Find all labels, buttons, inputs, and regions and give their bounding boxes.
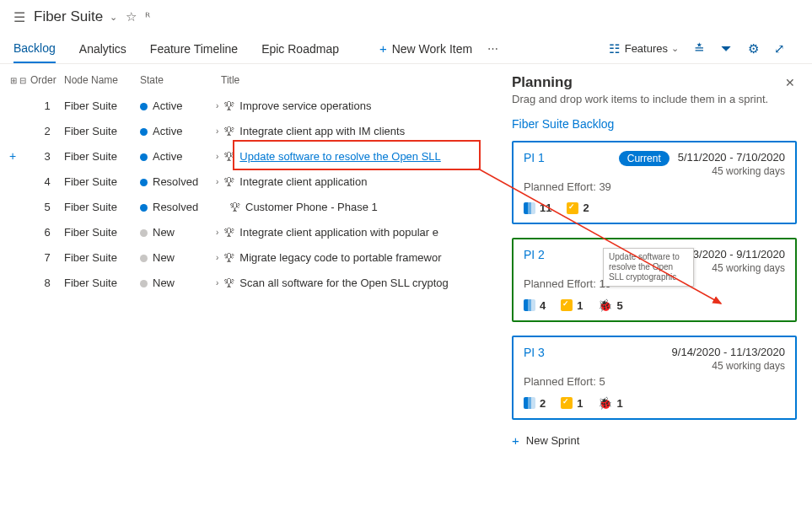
feature-count-icon	[524, 202, 535, 214]
cell-title[interactable]: › 🏆︎ Migrate legacy code to portable fra…	[216, 251, 492, 264]
people-icon[interactable]: ᴿ	[145, 10, 150, 24]
table-row[interactable]: 4 Fiber Suite Resolved › 🏆︎ Integrate cl…	[0, 169, 492, 194]
close-icon[interactable]: ✕	[785, 76, 795, 89]
new-work-item-label: New Work Item	[392, 42, 472, 56]
col-title[interactable]: Title	[216, 74, 492, 86]
cell-title[interactable]: › 🏆︎ Integrate client application with p…	[216, 226, 492, 239]
cell-node: Fiber Suite	[64, 201, 140, 213]
cell-node: Fiber Suite	[64, 99, 140, 112]
add-icon[interactable]: +	[0, 149, 16, 163]
expand-chevron-icon[interactable]: ›	[216, 177, 218, 186]
cell-state: New	[140, 277, 216, 289]
table-row[interactable]: 7 Fiber Suite New › 🏆︎ Migrate legacy co…	[0, 244, 492, 270]
row-title-text: Improve service operations	[239, 99, 371, 112]
breadcrumb-title[interactable]: Fiber Suite	[34, 8, 103, 25]
task-count: 2	[583, 201, 589, 214]
sprint-name[interactable]: PI 3	[524, 346, 545, 359]
row-title-text: Customer Phone - Phase 1	[245, 201, 378, 213]
sprint-working-days: 45 working days	[672, 360, 785, 372]
filter-funnel-icon[interactable]: ⏷	[720, 41, 733, 56]
work-counts: 2 1 🐞1	[524, 396, 785, 410]
backlog-link[interactable]: Fiber Suite Backlog	[512, 117, 797, 131]
work-counts: 11 2	[524, 201, 785, 214]
task-count-icon	[561, 397, 573, 409]
hierarchy-icon: ☷	[609, 41, 620, 56]
expand-chevron-icon[interactable]: ›	[216, 152, 218, 161]
table-row[interactable]: 8 Fiber Suite New › 🏆︎ Scan all software…	[0, 270, 492, 295]
cell-state: Resolved	[140, 175, 216, 188]
expand-chevron-icon[interactable]: ›	[216, 101, 218, 110]
col-state[interactable]: State	[140, 74, 216, 86]
new-sprint-label: New Sprint	[526, 434, 580, 447]
table-row[interactable]: 1 Fiber Suite Active › 🏆︎ Improve servic…	[0, 93, 492, 118]
feature-trophy-icon: 🏆︎	[229, 201, 240, 213]
sprint-card[interactable]: PI 2 7/13/2020 - 9/11/202045 working day…	[512, 238, 797, 322]
grid-header: ⊞⊟ Order Node Name State Title	[0, 64, 492, 93]
expand-chevron-icon[interactable]: ›	[216, 253, 218, 262]
bug-count: 5	[616, 299, 622, 312]
sprint-name[interactable]: PI 1	[524, 151, 545, 164]
cell-node: Fiber Suite	[64, 226, 140, 239]
cell-state: New	[140, 251, 216, 264]
feature-trophy-icon: 🏆︎	[223, 150, 234, 163]
collapse-all-icon[interactable]: ⊟	[19, 76, 26, 85]
backlog-hierarchy-icon: ☰	[13, 9, 25, 25]
col-node[interactable]: Node Name	[64, 74, 140, 86]
cell-node: Fiber Suite	[64, 125, 140, 137]
cell-order: 7	[30, 251, 64, 264]
row-title-text: Update software to resolve the Open SLL	[239, 150, 440, 163]
cell-title[interactable]: › 🏆︎ Improve service operations	[216, 99, 492, 112]
expand-all-icon[interactable]: ⊞	[10, 76, 17, 85]
backlog-grid: ⊞⊟ Order Node Name State Title 1 Fiber S…	[0, 64, 492, 456]
plus-icon: +	[379, 41, 387, 56]
favorite-icon[interactable]: ☆	[126, 9, 137, 24]
sprint-working-days: 45 working days	[678, 165, 785, 177]
table-row[interactable]: + 3 Fiber Suite Active › 🏆︎ Update softw…	[0, 143, 492, 169]
cell-order: 1	[30, 99, 64, 112]
row-title-text: Integrate client app with IM clients	[239, 125, 405, 137]
settings-sliders-icon[interactable]: ≛	[694, 41, 705, 56]
tab-analytics[interactable]: Analytics	[79, 35, 126, 62]
row-title-text: Scan all software for the Open SLL crypt…	[239, 277, 448, 289]
cell-order: 6	[30, 226, 64, 239]
tabs-bar: Backlog Analytics Feature Timeline Epic …	[0, 30, 812, 64]
tab-epic-roadmap[interactable]: Epic Roadmap	[261, 35, 339, 62]
cell-title[interactable]: › 🏆︎ Scan all software for the Open SLL …	[216, 277, 492, 289]
sprint-card[interactable]: PI 1 Current 5/11/2020 - 7/10/202045 wor…	[512, 141, 797, 224]
new-sprint-button[interactable]: + New Sprint	[512, 433, 797, 448]
tab-feature-timeline[interactable]: Feature Timeline	[150, 35, 238, 62]
sprint-card[interactable]: PI 3 9/14/2020 - 11/13/202045 working da…	[512, 336, 797, 420]
cell-node: Fiber Suite	[64, 175, 140, 188]
cell-state: Resolved	[140, 201, 216, 213]
table-row[interactable]: 5 Fiber Suite Resolved 🏆︎ Customer Phone…	[0, 194, 492, 219]
feature-trophy-icon: 🏆︎	[223, 277, 234, 289]
bug-count-icon: 🐞	[598, 396, 612, 410]
feature-count: 11	[540, 201, 551, 214]
cell-order: 2	[30, 125, 64, 137]
fullscreen-icon[interactable]: ⤢	[774, 41, 785, 56]
expand-chevron-icon[interactable]: ›	[216, 278, 218, 287]
chevron-down-icon[interactable]: ⌄	[110, 12, 117, 23]
cell-title[interactable]: › 🏆︎ Update software to resolve the Open…	[216, 150, 492, 163]
panel-subtitle: Drag and drop work items to include them…	[512, 93, 797, 105]
feature-count-icon	[524, 299, 535, 311]
new-work-item-button[interactable]: + New Work Item	[374, 38, 477, 59]
col-order[interactable]: Order	[30, 74, 64, 86]
task-count-icon	[567, 202, 578, 214]
feature-trophy-icon: 🏆︎	[223, 226, 234, 239]
more-actions-icon[interactable]: ⋯	[487, 42, 498, 55]
row-title-text: Integrate client application	[239, 175, 367, 188]
tab-backlog[interactable]: Backlog	[13, 35, 56, 63]
cell-node: Fiber Suite	[64, 150, 140, 163]
gear-icon[interactable]: ⚙	[748, 41, 759, 56]
table-row[interactable]: 6 Fiber Suite New › 🏆︎ Integrate client …	[0, 219, 492, 244]
sprint-name[interactable]: PI 2	[524, 248, 545, 261]
expand-chevron-icon[interactable]: ›	[216, 228, 218, 237]
filter-label: Features	[625, 42, 668, 55]
expand-chevron-icon[interactable]: ›	[216, 126, 218, 136]
table-row[interactable]: 2 Fiber Suite Active › 🏆︎ Integrate clie…	[0, 118, 492, 143]
level-filter-dropdown[interactable]: ☷ Features ⌄	[609, 41, 679, 56]
cell-title[interactable]: › 🏆︎ Integrate client application	[216, 175, 492, 188]
cell-title[interactable]: 🏆︎ Customer Phone - Phase 1	[216, 201, 492, 213]
cell-title[interactable]: › 🏆︎ Integrate client app with IM client…	[216, 125, 492, 137]
